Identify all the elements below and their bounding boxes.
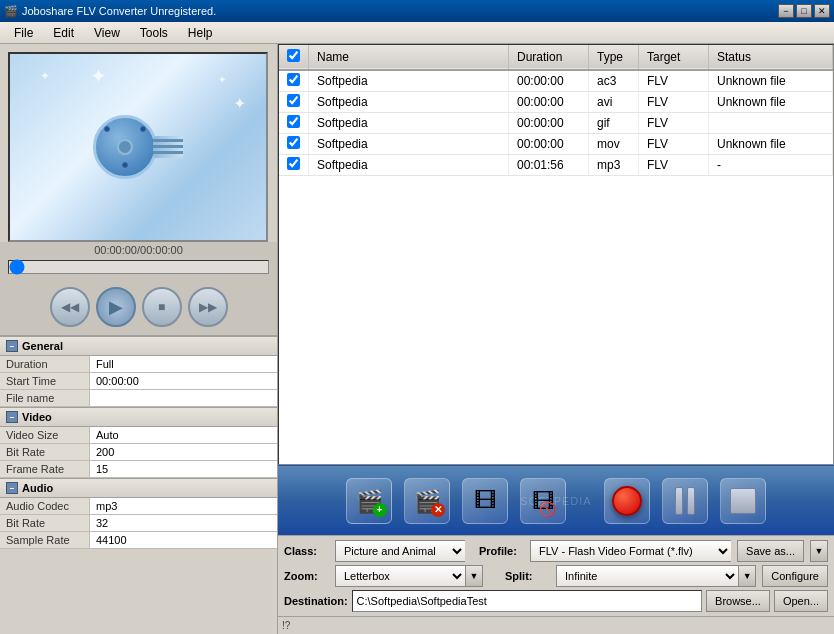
- row-name: Softpedia: [309, 113, 509, 134]
- menu-edit[interactable]: Edit: [43, 24, 84, 42]
- row-type: avi: [589, 92, 639, 113]
- record-button[interactable]: [601, 475, 653, 527]
- seekbar[interactable]: [8, 260, 269, 274]
- row-target: FLV: [639, 113, 709, 134]
- playback-controls: ◀◀ ▶ ■ ▶▶: [0, 279, 277, 335]
- configure-button[interactable]: Configure: [762, 565, 828, 587]
- row-checkbox[interactable]: [287, 136, 300, 149]
- prop-file-name: File name: [0, 390, 277, 407]
- row-check-cell: [279, 70, 309, 92]
- split-arrow[interactable]: ▼: [738, 565, 756, 587]
- profile-label: Profile:: [479, 545, 524, 557]
- collapse-audio-icon: −: [6, 482, 18, 494]
- table-row: Softpedia 00:00:00 avi FLV Unknown file: [279, 92, 833, 113]
- main: ✦ ✦ ✦ ✦: [0, 44, 834, 634]
- section-general-label: General: [22, 340, 63, 352]
- bottom-controls: Class: Picture and Animal Profile: FLV -…: [278, 535, 834, 616]
- forward-button[interactable]: ▶▶: [188, 287, 228, 327]
- titlebar: 🎬 Joboshare FLV Converter Unregistered. …: [0, 0, 834, 22]
- row-checkbox[interactable]: [287, 94, 300, 107]
- row-duration: 00:00:00: [509, 70, 589, 92]
- row-target: FLV: [639, 155, 709, 176]
- row-check-cell: [279, 113, 309, 134]
- prop-frame-rate: Frame Rate 15: [0, 461, 277, 478]
- status-bar: !?: [278, 616, 834, 634]
- menu-file[interactable]: File: [4, 24, 43, 42]
- add-segment-button[interactable]: 🎞: [459, 475, 511, 527]
- zoom-select[interactable]: Letterbox: [335, 565, 465, 587]
- prop-duration: Duration Full: [0, 356, 277, 373]
- table-row: Softpedia 00:00:00 gif FLV: [279, 113, 833, 134]
- reel-icon: [93, 115, 157, 179]
- zoom-arrow[interactable]: ▼: [465, 565, 483, 587]
- menu-view[interactable]: View: [84, 24, 130, 42]
- collapse-video-icon: −: [6, 411, 18, 423]
- record-icon: [612, 486, 642, 516]
- close-button[interactable]: ✕: [814, 4, 830, 18]
- right-panel: Name Duration Type Target Status Softped…: [278, 44, 834, 634]
- col-status-header: Status: [709, 45, 833, 70]
- row-type: mp3: [589, 155, 639, 176]
- zoom-split-row: Zoom: Letterbox ▼ Split: Infinite ▼ Conf…: [284, 565, 828, 587]
- properties-panel: − General Duration Full Start Time 00:00…: [0, 335, 277, 634]
- section-video[interactable]: − Video: [0, 407, 277, 427]
- row-duration: 00:00:00: [509, 113, 589, 134]
- row-status: Unknown file: [709, 92, 833, 113]
- stop-convert-button[interactable]: [717, 475, 769, 527]
- col-target-header: Target: [639, 45, 709, 70]
- row-checkbox[interactable]: [287, 157, 300, 170]
- minimize-button[interactable]: −: [778, 4, 794, 18]
- row-check-cell: [279, 134, 309, 155]
- remove-video-button[interactable]: 🎬 ✕: [401, 475, 453, 527]
- save-as-button[interactable]: Save as...: [737, 540, 804, 562]
- row-name: Softpedia: [309, 155, 509, 176]
- row-target: FLV: [639, 92, 709, 113]
- class-label: Class:: [284, 545, 329, 557]
- row-checkbox[interactable]: [287, 115, 300, 128]
- select-all-checkbox[interactable]: [287, 49, 300, 62]
- class-select[interactable]: Picture and Animal: [335, 540, 465, 562]
- save-as-arrow[interactable]: ▼: [810, 540, 828, 562]
- destination-input[interactable]: [352, 590, 703, 612]
- section-audio[interactable]: − Audio: [0, 478, 277, 498]
- destination-row: Destination: Browse... Open...: [284, 590, 828, 612]
- class-profile-row: Class: Picture and Animal Profile: FLV -…: [284, 540, 828, 562]
- row-check-cell: [279, 155, 309, 176]
- titlebar-controls: − □ ✕: [778, 4, 830, 18]
- row-status: Unknown file: [709, 70, 833, 92]
- play-button[interactable]: ▶: [96, 287, 136, 327]
- pause-button[interactable]: [659, 475, 711, 527]
- titlebar-left: 🎬 Joboshare FLV Converter Unregistered.: [4, 5, 216, 18]
- section-audio-label: Audio: [22, 482, 53, 494]
- rewind-button[interactable]: ◀◀: [50, 287, 90, 327]
- row-status: -: [709, 155, 833, 176]
- menu-help[interactable]: Help: [178, 24, 223, 42]
- row-type: gif: [589, 113, 639, 134]
- section-video-label: Video: [22, 411, 52, 423]
- split-select-container: Infinite ▼: [556, 565, 756, 587]
- row-type: mov: [589, 134, 639, 155]
- menu-tools[interactable]: Tools: [130, 24, 178, 42]
- collapse-general-icon: −: [6, 340, 18, 352]
- split-select[interactable]: Infinite: [556, 565, 738, 587]
- star-icon: ✦: [218, 74, 226, 85]
- prop-audio-codec: Audio Codec mp3: [0, 498, 277, 515]
- row-checkbox[interactable]: [287, 73, 300, 86]
- row-name: Softpedia: [309, 70, 509, 92]
- video-preview: ✦ ✦ ✦ ✦: [8, 52, 268, 242]
- section-general[interactable]: − General: [0, 336, 277, 356]
- profile-select[interactable]: FLV - Flash Video Format (*.flv): [530, 540, 731, 562]
- maximize-button[interactable]: □: [796, 4, 812, 18]
- remove-segment-button[interactable]: 🎞 🚫: [517, 475, 569, 527]
- open-button[interactable]: Open...: [774, 590, 828, 612]
- remove-badge: ✕: [431, 503, 445, 517]
- app-title: Joboshare FLV Converter Unregistered.: [22, 5, 216, 17]
- stop-button[interactable]: ■: [142, 287, 182, 327]
- row-name: Softpedia: [309, 134, 509, 155]
- browse-button[interactable]: Browse...: [706, 590, 770, 612]
- add-badge: +: [373, 503, 387, 517]
- add-video-button[interactable]: 🎬 +: [343, 475, 395, 527]
- col-type-header: Type: [589, 45, 639, 70]
- menubar: File Edit View Tools Help: [0, 22, 834, 44]
- row-duration: 00:00:00: [509, 134, 589, 155]
